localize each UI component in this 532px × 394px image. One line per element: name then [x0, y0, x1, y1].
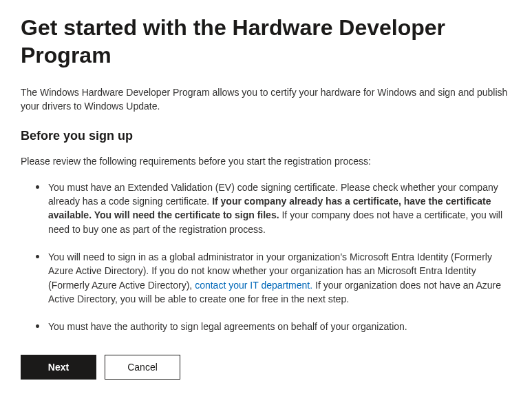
section-heading: Before you sign up: [21, 129, 511, 143]
requirement-text: You must have the authority to sign lega…: [48, 321, 407, 332]
list-item: You must have the authority to sign lega…: [47, 320, 511, 333]
list-item: You must have an Extended Validation (EV…: [47, 180, 511, 236]
contact-it-link[interactable]: contact your IT department.: [195, 280, 312, 291]
next-button[interactable]: Next: [21, 355, 96, 380]
button-row: Next Cancel: [21, 355, 511, 380]
cancel-button[interactable]: Cancel: [105, 355, 180, 380]
page-title: Get started with the Hardware Developer …: [21, 14, 511, 69]
requirements-list: You must have an Extended Validation (EV…: [21, 180, 511, 334]
intro-paragraph: The Windows Hardware Developer Program a…: [21, 85, 511, 114]
review-instructions: Please review the following requirements…: [21, 154, 511, 168]
list-item: You will need to sign in as a global adm…: [47, 250, 511, 306]
